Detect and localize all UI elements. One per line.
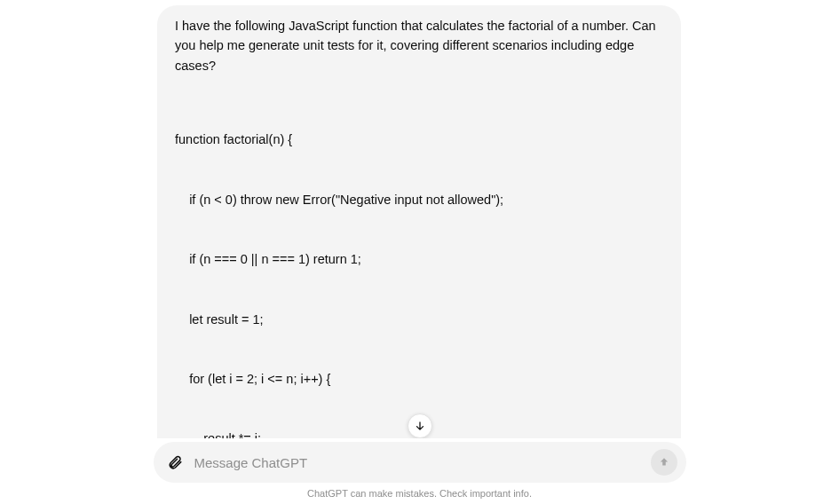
scroll-to-bottom-button[interactable] (408, 413, 432, 438)
arrow-up-icon (658, 456, 670, 469)
composer-area: ChatGPT can make mistakes. Check importa… (0, 438, 839, 504)
arrow-down-icon (414, 420, 426, 432)
user-message-text: I have the following JavaScript function… (175, 16, 663, 75)
composer (154, 442, 686, 483)
send-button[interactable] (651, 449, 677, 476)
attach-button[interactable] (166, 453, 184, 471)
footer-disclaimer: ChatGPT can make mistakes. Check importa… (0, 488, 839, 499)
message-input[interactable] (194, 455, 640, 470)
paperclip-icon (167, 454, 183, 470)
